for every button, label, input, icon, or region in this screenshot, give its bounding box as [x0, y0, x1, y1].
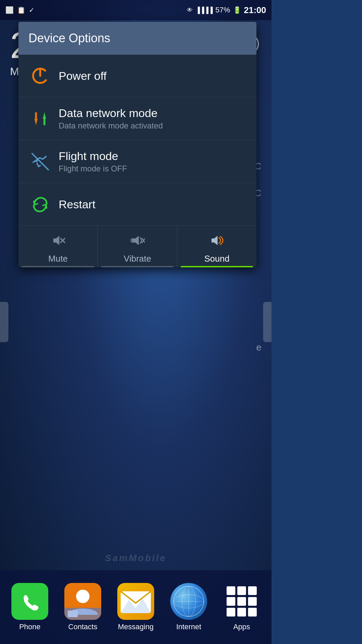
watermark: SamMobile [105, 553, 167, 564]
check-icon: ✓ [29, 6, 35, 14]
dock-item-internet[interactable]: Internet [167, 583, 210, 631]
flight-mode-item[interactable]: Flight mode Flight mode is OFF [18, 140, 256, 183]
restart-label: Restart [59, 198, 96, 211]
flight-mode-sublabel: Flight mode is OFF [59, 164, 127, 173]
sound-label: Sound [204, 254, 229, 264]
flight-mode-text: Flight mode Flight mode is OFF [59, 150, 127, 173]
contacts-icon [64, 583, 101, 620]
screenshot-icon: ⬜ [5, 6, 14, 14]
notification-icon: 📋 [17, 6, 25, 14]
internet-icon [170, 583, 207, 620]
device-options-title: Device Options [28, 31, 246, 45]
dock-item-phone[interactable]: Phone [8, 583, 52, 631]
scroll-left-handle[interactable] [0, 302, 8, 342]
power-off-item[interactable]: Power off [18, 55, 256, 97]
dock-item-contacts[interactable]: Contacts [61, 583, 105, 631]
vibrate-indicator [101, 266, 174, 267]
dock-item-apps[interactable]: Apps [220, 583, 263, 631]
status-bar: ⬜ 📋 ✓ 👁 ▐▐▐▐ 57% 🔋 21:00 [0, 0, 272, 20]
svg-rect-5 [35, 112, 37, 119]
clock-status: 21:00 [244, 5, 266, 15]
scroll-right-handle[interactable] [263, 302, 272, 342]
dock-item-messaging[interactable]: Messaging [114, 583, 158, 631]
battery-icon: 🔋 [233, 6, 241, 14]
vibrate-button[interactable]: Vibrate [98, 226, 177, 267]
vibrate-label: Vibrate [124, 254, 151, 264]
svg-rect-3 [44, 118, 46, 125]
flight-mode-label: Flight mode [59, 150, 127, 163]
messaging-label: Messaging [118, 623, 154, 631]
svg-point-13 [76, 590, 89, 603]
svg-marker-4 [35, 119, 38, 125]
eye-icon: 👁 [187, 7, 193, 14]
scroll-indicator-bot: e [256, 342, 261, 353]
svg-marker-2 [43, 112, 46, 118]
power-off-label: Power off [59, 69, 107, 83]
device-options-menu: Device Options Power off [18, 22, 256, 267]
data-network-text: Data network mode Data network mode acti… [59, 107, 163, 130]
apps-label: Apps [233, 623, 250, 631]
contacts-label: Contacts [68, 623, 98, 631]
mute-icon [51, 233, 65, 251]
messaging-icon [117, 583, 154, 620]
restart-item[interactable]: Restart [18, 183, 256, 225]
apps-icon [223, 583, 260, 620]
restart-text: Restart [59, 198, 96, 211]
mute-button[interactable]: Mute [18, 226, 98, 267]
device-options-body: Power off Data network mode Data network… [18, 55, 256, 267]
mute-label: Mute [48, 254, 68, 264]
power-off-text: Power off [59, 69, 107, 83]
data-network-item[interactable]: Data network mode Data network mode acti… [18, 97, 256, 140]
sound-controls: Mute Vibrate [18, 225, 256, 267]
internet-label: Internet [176, 623, 201, 631]
phone-icon [11, 583, 48, 620]
data-network-icon [28, 107, 52, 130]
status-left-icons: ⬜ 📋 ✓ [5, 6, 35, 14]
mute-indicator [22, 266, 94, 267]
flight-mode-icon [28, 150, 52, 173]
sound-button[interactable]: Sound [177, 226, 256, 267]
device-options-header: Device Options [18, 22, 256, 55]
status-right-icons: 👁 ▐▐▐▐ 57% 🔋 21:00 [187, 5, 266, 15]
data-network-label: Data network mode [59, 107, 163, 120]
phone-label: Phone [19, 623, 41, 631]
signal-icon: ▐▐▐▐ [195, 7, 213, 14]
data-network-sublabel: Data network mode activated [59, 121, 163, 130]
sound-icon [209, 233, 224, 251]
battery-percent: 57% [215, 6, 230, 14]
power-off-icon [28, 64, 52, 88]
restart-icon [28, 193, 52, 216]
vibrate-icon [130, 233, 145, 251]
dock-bar: Phone Contacts Messaging [0, 570, 272, 644]
sound-indicator [181, 266, 253, 267]
